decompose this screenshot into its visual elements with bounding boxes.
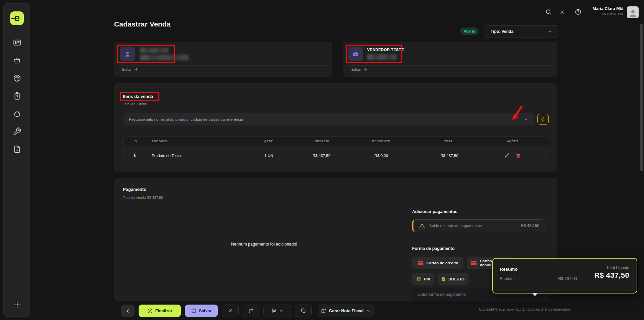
- finalize-button[interactable]: Finalizar: [139, 305, 181, 317]
- credit-card-icon: [417, 261, 424, 265]
- cell-qtde: 1 UN: [235, 154, 303, 158]
- delete-icon[interactable]: [515, 153, 521, 158]
- quick-add-button[interactable]: [537, 114, 549, 125]
- printer-icon: [271, 308, 277, 314]
- user-menu[interactable]: Maria Clara Mkt AUTOMOTIVE: [593, 6, 624, 15]
- generate-invoice-button[interactable]: Gerar Nota Fiscal: [318, 305, 374, 317]
- col-total: TOTAL: [423, 140, 476, 143]
- summary-pointer: [532, 293, 538, 296]
- id-card-icon[interactable]: [13, 38, 21, 47]
- back-button[interactable]: [121, 305, 135, 317]
- summary-title: Resumo: [500, 267, 517, 272]
- finalize-label: Finalizar: [155, 309, 172, 313]
- chevron-left-icon: [125, 308, 130, 313]
- app-window: e $ Maria C: [0, 0, 644, 320]
- method-credit-card-button[interactable]: Cartão de crédito: [412, 257, 463, 269]
- copy-button[interactable]: [295, 305, 312, 317]
- method-label: BOLETO: [448, 277, 464, 281]
- sidebar: e $: [3, 3, 30, 317]
- divider: [347, 65, 553, 66]
- sale-type-select[interactable]: Tipo: Venda: [485, 25, 557, 38]
- warning-icon: [419, 223, 425, 229]
- other-payment-placeholder: Outra forma de pagamento: [417, 292, 466, 297]
- close-icon: [228, 309, 233, 313]
- save-button[interactable]: Salvar: [185, 305, 218, 317]
- edit-icon[interactable]: [504, 153, 510, 158]
- table-row: 6 Produto de Teste 1 UN R$ 437,50 R$ 0,0…: [124, 146, 549, 165]
- cell-id: 6: [124, 154, 145, 158]
- product-search-select[interactable]: Pesquise pelo nome, id do produto, códig…: [123, 113, 534, 125]
- external-link-icon: [321, 308, 326, 313]
- logo-bar: [11, 18, 15, 19]
- method-boleto-button[interactable]: $ BOLETO: [438, 273, 468, 285]
- customer-card: Editar: [114, 42, 332, 77]
- page-title: Cadastrar Venda: [114, 20, 171, 28]
- app-logo[interactable]: e: [10, 11, 24, 25]
- items-table: ID PRODUTO QTDE UNITÁRIO DESCONTO TOTAL …: [123, 136, 549, 165]
- theme-icon[interactable]: [558, 8, 565, 15]
- vendor-name: VENDEDOR TESTE: [367, 48, 404, 52]
- add-payments-title: Adicionar pagamentos: [412, 209, 457, 214]
- search-icon[interactable]: [545, 8, 552, 15]
- subtotal-label: Subtotal: [500, 276, 514, 281]
- cell-desconto: R$ 0,00: [340, 154, 423, 158]
- row-actions: [476, 153, 549, 158]
- repeat-button[interactable]: [243, 305, 259, 317]
- cell-unitario: R$ 437,50: [303, 154, 340, 158]
- person-icon: [123, 50, 132, 58]
- svg-text:$: $: [443, 278, 444, 280]
- vendor-card: VENDEDOR TESTE Editar: [343, 42, 557, 77]
- help-icon[interactable]: [575, 8, 582, 15]
- status-badge: Aberta: [460, 28, 479, 35]
- divider: [118, 65, 328, 66]
- payment-method-title: Forma de pagamento: [412, 246, 454, 251]
- save-label: Salvar: [199, 309, 212, 313]
- save-icon: [191, 308, 196, 313]
- warning-amount: R$ 437,50: [521, 223, 539, 228]
- user-role: AUTOMOTIVE: [593, 12, 624, 15]
- edit-label: Editar: [122, 67, 132, 71]
- payment-card: Pagamento Total da venda R$ 437,50 Nenhu…: [114, 178, 557, 301]
- customer-name-redacted: [140, 48, 168, 53]
- report-icon[interactable]: [13, 145, 21, 154]
- edit-label: Editar: [351, 67, 361, 71]
- col-unitario: UNITÁRIO: [303, 140, 340, 143]
- sidebar-add-button[interactable]: [12, 300, 22, 310]
- cancel-button[interactable]: [222, 305, 239, 317]
- wrench-icon[interactable]: [13, 127, 21, 136]
- money-bag-icon[interactable]: [13, 109, 21, 118]
- copy-icon: [301, 308, 306, 313]
- divider: [584, 263, 584, 288]
- print-button[interactable]: [263, 305, 291, 317]
- customer-edit-link[interactable]: Editar: [122, 67, 138, 71]
- package-icon[interactable]: [13, 74, 21, 83]
- cell-total: R$ 437,50: [423, 154, 476, 158]
- total-liquido-value: R$ 437,50: [594, 271, 629, 280]
- copyright-text: Copyright © 2026 Eixo v1.7.1 Todos os di…: [479, 307, 572, 311]
- summary-panel: Resumo Subtotal R$ 437,50 Total Líquido …: [492, 258, 637, 294]
- chevron-down-icon: [524, 117, 529, 122]
- basket-icon[interactable]: [13, 56, 21, 65]
- col-produto: PRODUTO: [145, 140, 235, 143]
- svg-text:$: $: [16, 95, 18, 98]
- col-id: ID: [124, 140, 145, 143]
- method-label: PIX: [424, 277, 430, 281]
- invoice-icon[interactable]: $: [13, 92, 21, 100]
- chevron-down-icon: [366, 309, 370, 313]
- avatar[interactable]: [627, 6, 639, 18]
- items-subtitle: Total de 1 Itens: [123, 102, 147, 106]
- items-title: Itens da venda: [123, 94, 153, 99]
- lightning-icon: [540, 117, 546, 122]
- payment-empty-message: Nenhum pagamento foi adicionado!: [231, 242, 297, 247]
- payment-total-label: Total da venda R$ 437,50: [123, 196, 163, 200]
- customer-avatar: [120, 47, 135, 61]
- vendor-info-redacted: [367, 54, 397, 60]
- col-acoes: AÇÕES: [476, 140, 549, 143]
- items-card: Itens da venda Total de 1 Itens Pesquise…: [114, 83, 557, 172]
- method-pix-button[interactable]: PIX: [412, 273, 434, 285]
- vendor-edit-link[interactable]: Editar: [351, 67, 367, 71]
- scrollbar[interactable]: [640, 23, 643, 171]
- user-name: Maria Clara Mkt: [593, 6, 624, 11]
- repeat-icon: [249, 308, 254, 313]
- arrow-right-icon: [134, 67, 138, 71]
